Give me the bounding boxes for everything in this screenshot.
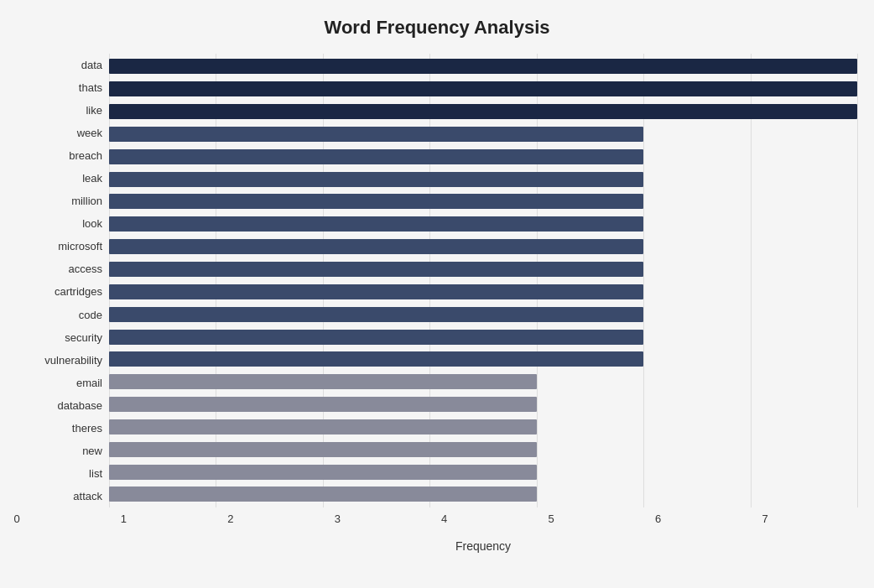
bar (109, 239, 643, 254)
y-label: theres (72, 417, 102, 439)
bar-row (109, 483, 857, 505)
bar-row (109, 169, 857, 190)
y-label: week (77, 122, 102, 144)
x-tick: 4 (441, 513, 447, 525)
bar-row (109, 281, 857, 303)
bar (109, 351, 643, 367)
y-label: list (89, 462, 102, 484)
bars-column (109, 54, 857, 507)
x-tick: 5 (549, 513, 554, 525)
bar (109, 487, 537, 502)
bar (109, 127, 643, 142)
x-axis: 01234567 (17, 513, 857, 538)
bar (109, 59, 857, 74)
y-label: leak (82, 168, 102, 190)
bar-row (109, 146, 857, 168)
x-axis-label: Frequency (17, 539, 857, 553)
bar (109, 194, 643, 209)
y-label: security (65, 326, 102, 348)
bar-row (109, 348, 857, 370)
bar-row (109, 78, 857, 100)
bar-row (109, 371, 857, 393)
bar-row (109, 258, 857, 280)
bar (109, 172, 643, 187)
y-label: microsoft (58, 236, 102, 258)
x-tick: 0 (13, 513, 19, 525)
chart-area: datathatslikeweekbreachleakmillionlookmi… (17, 54, 857, 507)
bar-row (109, 439, 857, 461)
x-tick: 2 (227, 513, 233, 525)
chart-container: Word Frequency Analysis datathatslikewee… (0, 0, 874, 588)
bar (109, 419, 537, 434)
y-label: data (81, 55, 102, 76)
y-label: code (79, 304, 102, 325)
bar-row (109, 101, 857, 122)
bar (109, 442, 537, 457)
bar-row (109, 416, 857, 438)
bar-row (109, 55, 857, 77)
bar (109, 374, 537, 389)
bar (109, 397, 537, 412)
bar (109, 262, 643, 277)
bar (109, 216, 643, 232)
bar-row (109, 213, 857, 235)
y-label: like (86, 100, 102, 122)
y-label: new (82, 440, 102, 461)
y-label: million (71, 190, 102, 212)
y-label: vulnerability (44, 349, 102, 371)
y-label: look (82, 213, 102, 235)
x-tick: 6 (655, 513, 661, 525)
bar (109, 465, 537, 480)
bar (109, 307, 643, 322)
bar-row (109, 461, 857, 483)
x-tick: 7 (762, 513, 767, 525)
x-tick: 1 (121, 513, 127, 525)
y-axis: datathatslikeweekbreachleakmillionlookmi… (17, 54, 109, 507)
y-label: attack (73, 485, 102, 507)
bar-row (109, 326, 857, 348)
chart-title: Word Frequency Analysis (17, 17, 857, 39)
bar (109, 81, 857, 96)
bar (109, 149, 643, 164)
bars-and-grid (109, 54, 857, 507)
y-label: breach (69, 145, 102, 167)
bar-row (109, 393, 857, 415)
bar-row (109, 190, 857, 212)
bar-row (109, 236, 857, 258)
y-label: access (69, 258, 102, 280)
grid-and-bars (109, 54, 857, 507)
bar-row (109, 123, 857, 145)
y-label: database (58, 394, 103, 416)
y-label: thats (79, 77, 102, 99)
y-label: cartridges (55, 281, 102, 303)
bar (109, 330, 643, 345)
bar-row (109, 304, 857, 325)
grid-line (857, 54, 858, 507)
y-label: email (76, 372, 102, 393)
bar (109, 284, 643, 299)
x-tick: 3 (335, 513, 341, 525)
bar (109, 104, 857, 119)
